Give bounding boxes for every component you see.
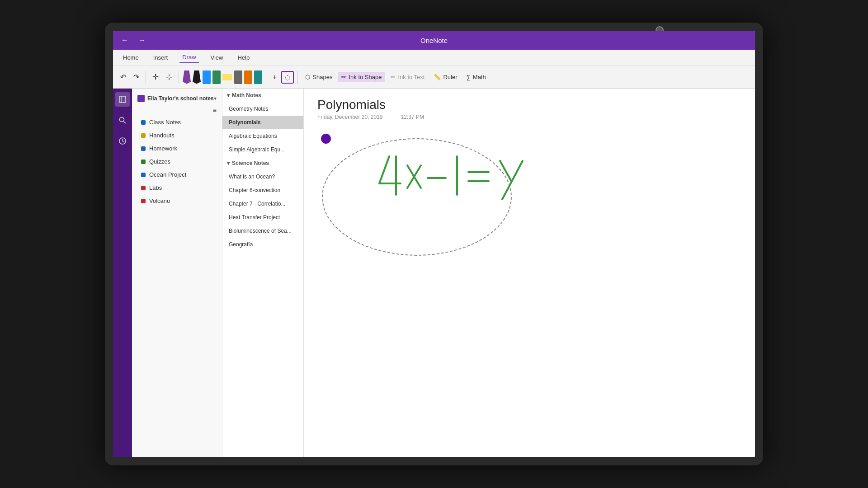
svg-line-3 — [124, 122, 126, 124]
volcano-dot — [141, 199, 146, 203]
svg-point-2 — [120, 117, 124, 122]
math-button[interactable]: ∑ Math — [463, 72, 490, 82]
notebook-icon — [137, 95, 145, 102]
sort-icon[interactable]: ≡ — [213, 107, 217, 114]
menu-help[interactable]: Help — [235, 52, 253, 63]
menu-insert[interactable]: Insert — [151, 52, 171, 63]
page-chapter7[interactable]: Chapter 7 - Correlatio... — [222, 197, 303, 211]
ink-text-icon: ✏ — [391, 74, 396, 80]
page-meta: Friday, December 20, 2019 12:37 PM — [317, 114, 741, 120]
svg-rect-0 — [119, 96, 126, 103]
ruler-button[interactable]: 📏 Ruler — [430, 72, 461, 82]
math-notes-section-header[interactable]: ▾ Math Notes — [222, 89, 303, 102]
drawing-area — [317, 129, 741, 400]
notebook-name: Ella Taylor's school notes — [147, 95, 214, 102]
pages-sidebar: ▾ Math Notes Geometry Notes Polynomials … — [222, 89, 304, 457]
math-label: Math — [473, 74, 486, 80]
touch-select-button[interactable]: ⊹ — [163, 70, 175, 84]
pen-green[interactable] — [212, 70, 221, 84]
quizzes-dot — [141, 160, 146, 164]
page-time: 12:37 PM — [401, 114, 424, 120]
page-geometry-notes[interactable]: Geometry Notes — [222, 102, 303, 116]
quizzes-label: Quizzes — [149, 158, 170, 165]
ink-to-shape-label: Ink to Shape — [349, 74, 382, 80]
title-bar: ← → OneNote — [113, 31, 755, 50]
notebook-header[interactable]: Ella Taylor's school notes ▾ — [132, 92, 222, 105]
handwriting-svg — [317, 129, 741, 400]
content-area: Polynomials Friday, December 20, 2019 12… — [304, 89, 755, 457]
separator-4 — [297, 71, 298, 84]
add-pen-button[interactable]: + — [270, 71, 279, 83]
pen-teal[interactable] — [254, 70, 262, 84]
page-algebraic-equations[interactable]: Algebraic Equations — [222, 129, 303, 143]
page-heat-transfer[interactable]: Heat Transfer Project — [222, 211, 303, 224]
redo-button[interactable]: ↷ — [131, 71, 142, 83]
science-notes-chevron: ▾ — [227, 160, 230, 166]
science-notes-section-header[interactable]: ▾ Science Notes — [222, 156, 303, 170]
sidebar-item-volcano[interactable]: Volcano — [132, 194, 222, 207]
ink-shape-icon: ✏ — [341, 74, 346, 80]
handouts-label: Handouts — [149, 132, 175, 139]
math-notes-chevron: ▾ — [227, 92, 230, 99]
pen-gray[interactable] — [234, 70, 242, 84]
sidebar-item-class-notes[interactable]: Class Notes — [132, 116, 222, 129]
ink-to-text-label: Ink to Text — [398, 74, 425, 80]
sidebar-item-homework[interactable]: Homework — [132, 142, 222, 155]
separator-3 — [266, 71, 266, 84]
page-chapter6[interactable]: Chapter 6-convection — [222, 183, 303, 197]
sidebar-item-handouts[interactable]: Handouts — [132, 129, 222, 142]
ocean-dot — [141, 173, 146, 177]
menu-draw[interactable]: Draw — [179, 52, 198, 63]
volcano-label: Volcano — [149, 197, 170, 204]
ink-to-text-button[interactable]: ✏ Ink to Text — [387, 72, 428, 82]
handouts-dot — [141, 133, 146, 138]
menu-view[interactable]: View — [208, 52, 226, 63]
sidebar-item-quizzes[interactable]: Quizzes — [132, 155, 222, 168]
page-bioluminescence[interactable]: Bioluminescence of Sea... — [222, 224, 303, 238]
class-notes-label: Class Notes — [149, 119, 181, 126]
draw-toolbar: ↶ ↷ ✛ ⊹ + ◌ — [113, 66, 755, 89]
shapes-label: Shapes — [312, 74, 332, 80]
back-button[interactable]: ← — [118, 35, 131, 45]
pen-orange[interactable] — [244, 70, 252, 84]
sidebar-icon-notebooks[interactable] — [115, 92, 130, 107]
shapes-icon: ⬡ — [305, 74, 310, 80]
nav-buttons: ← → — [118, 35, 148, 45]
ink-to-shape-button[interactable]: ✏ Ink to Shape — [338, 72, 385, 82]
chevron-down-icon: ▾ — [214, 95, 217, 102]
menu-bar: Home Insert Draw View Help — [113, 50, 755, 66]
app-title: OneNote — [420, 37, 448, 44]
homework-label: Homework — [149, 145, 177, 152]
pen-black[interactable] — [193, 70, 201, 84]
science-notes-section-label: Science Notes — [232, 160, 269, 166]
forward-button[interactable]: → — [136, 35, 148, 45]
ruler-label: Ruler — [443, 74, 457, 80]
ocean-label: Ocean Project — [149, 171, 186, 178]
menu-home[interactable]: Home — [120, 52, 142, 63]
page-polynomials[interactable]: Polynomials — [222, 116, 303, 129]
page-title: Polynomials — [317, 98, 741, 112]
pen-yellow[interactable] — [222, 74, 232, 80]
sidebar-item-labs[interactable]: Labs — [132, 181, 222, 194]
separator-1 — [146, 71, 146, 84]
notebook-sidebar: Ella Taylor's school notes ▾ ≡ Class Not… — [132, 89, 222, 457]
shapes-button[interactable]: ⬡ Shapes — [302, 72, 336, 82]
sidebar-icon-search[interactable] — [115, 113, 130, 127]
pen-purple[interactable] — [183, 70, 191, 84]
undo-button[interactable]: ↶ — [118, 71, 129, 83]
sidebar-icon-recent[interactable] — [115, 134, 130, 148]
lasso-button[interactable]: ◌ — [281, 71, 294, 84]
pen-blue[interactable] — [203, 70, 211, 84]
sidebar-item-ocean-project[interactable]: Ocean Project — [132, 168, 222, 181]
math-icon: ∑ — [467, 74, 471, 80]
separator-2 — [179, 71, 179, 84]
page-simple-algebraic[interactable]: Simple Algebraic Equ... — [222, 143, 303, 156]
select-tool-button[interactable]: ✛ — [150, 70, 161, 84]
labs-dot — [141, 186, 146, 190]
page-date: Friday, December 20, 2019 — [317, 114, 383, 120]
page-what-is-ocean[interactable]: What is an Ocean? — [222, 170, 303, 183]
page-geografia[interactable]: Geografía — [222, 238, 303, 251]
main-content: Ella Taylor's school notes ▾ ≡ Class Not… — [113, 89, 755, 457]
labs-label: Labs — [149, 184, 162, 191]
math-notes-section-label: Math Notes — [232, 92, 261, 99]
